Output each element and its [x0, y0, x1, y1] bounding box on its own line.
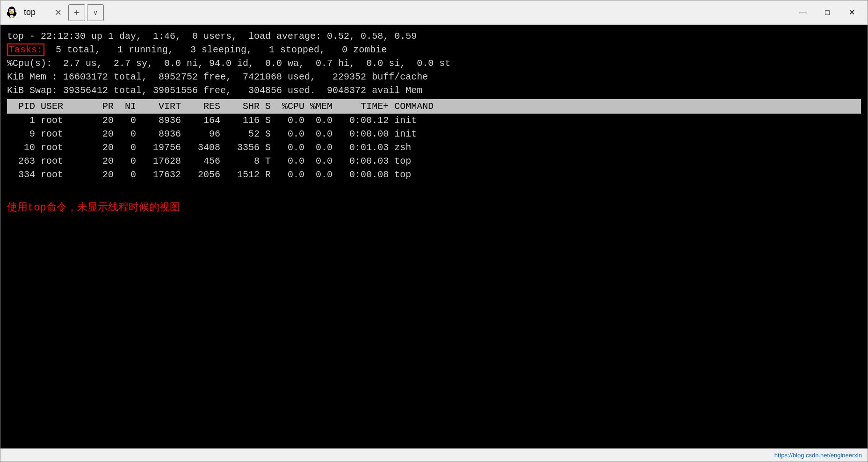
process-row-2: 9 root 20 0 8936 96 52 S 0.0 0.0 0:00.00…	[7, 127, 861, 141]
cpu-line: %Cpu(s): 2.7 us, 2.7 sy, 0.0 ni, 94.0 id…	[7, 57, 861, 70]
svg-point-5	[13, 9, 14, 10]
process-row-3: 10 root 20 0 19756 3408 3356 S 0.0 0.0 0…	[7, 141, 861, 154]
window-title: top	[24, 7, 36, 17]
process-row-5: 334 root 20 0 17632 2056 1512 R 0.0 0.0 …	[7, 168, 861, 181]
terminal-body[interactable]: top - 22:12:30 up 1 day, 1:46, 0 users, …	[0, 25, 868, 448]
title-bar-left: top ✕ + ∨	[4, 4, 791, 21]
tasks-values: 5 total, 1 running, 3 sleeping, 1 stoppe…	[44, 44, 387, 55]
window-controls: — □ ✕	[791, 0, 864, 25]
tasks-label: Tasks:	[7, 43, 44, 56]
process-row-4: 263 root 20 0 17628 456 8 T 0.0 0.0 0:00…	[7, 154, 861, 168]
title-bar: top ✕ + ∨ — □ ✕	[0, 0, 868, 25]
tab-dropdown-button[interactable]: ∨	[87, 4, 104, 21]
linux-icon	[4, 5, 19, 20]
svg-point-6	[10, 11, 13, 13]
tasks-line: Tasks: 5 total, 1 running, 3 sleeping, 1…	[7, 43, 861, 57]
svg-point-11	[9, 17, 11, 18]
mem-line: KiB Mem : 16603172 total, 8952752 free, …	[7, 70, 861, 84]
tab-close-button[interactable]: ✕	[50, 4, 66, 21]
swap-line: KiB Swap: 39356412 total, 39051556 free,…	[7, 84, 861, 97]
process-row-1: 1 root 20 0 8936 164 116 S 0.0 0.0 0:00.…	[7, 114, 861, 127]
svg-point-4	[10, 9, 11, 10]
top-status-line: top - 22:12:30 up 1 day, 1:46, 0 users, …	[7, 29, 861, 43]
status-bar: https://blog.csdn.net/engineerxin	[0, 448, 868, 462]
table-header: PID USER PR NI VIRT RES SHR S %CPU %MEM …	[7, 99, 861, 114]
minimize-button[interactable]: —	[791, 0, 815, 25]
close-button[interactable]: ✕	[839, 0, 864, 25]
tab-bar: ✕ + ∨	[50, 4, 791, 21]
main-window: top ✕ + ∨ — □ ✕ top - 22:12:30 up 1 day,…	[0, 0, 868, 462]
svg-point-12	[13, 17, 14, 18]
status-url: https://blog.csdn.net/engineerxin	[774, 452, 862, 459]
caption: 使用top命令，未显示线程时候的视图	[7, 200, 861, 214]
maximize-button[interactable]: □	[815, 0, 839, 25]
new-tab-button[interactable]: +	[68, 4, 85, 21]
